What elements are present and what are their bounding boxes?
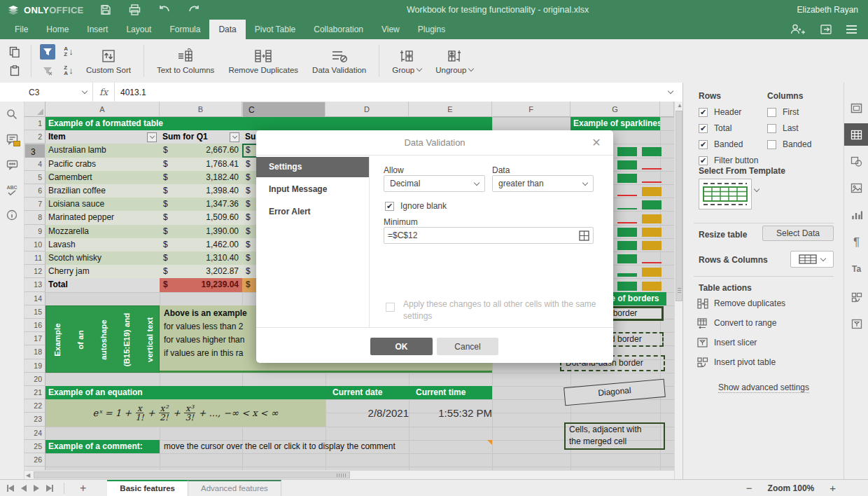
checkbox-row-banded[interactable]: ✔Banded — [699, 139, 743, 150]
checkbox-row-header[interactable]: ✔Header — [699, 106, 741, 118]
horizontal-scrollbar[interactable]: ◀ — [24, 470, 674, 479]
show-advanced-settings-link[interactable]: Show advanced settings — [683, 383, 844, 392]
chart-settings-icon[interactable] — [844, 203, 868, 226]
row-header-2[interactable]: 2 — [24, 130, 46, 144]
current-date-cell[interactable]: 2/8/2021 — [326, 399, 413, 426]
row-header-12[interactable]: 12 — [24, 265, 46, 278]
banner-current-time[interactable]: Current time — [409, 386, 492, 399]
comment-cell[interactable]: move the cursor over the cell or click i… — [160, 440, 492, 453]
row-header-13[interactable]: 13 — [24, 278, 46, 291]
filter-icon[interactable] — [40, 44, 55, 60]
custom-sort-button[interactable]: Custom Sort — [79, 41, 138, 81]
table-cell-item[interactable]: Cherry jam — [46, 265, 160, 278]
zoom-level[interactable]: Zoom 100% — [768, 483, 815, 493]
table-cell-q1[interactable]: $1,347.36 — [160, 198, 242, 211]
ungroup-button[interactable]: Ungroup — [428, 41, 480, 81]
action-remove-duplicates[interactable]: Remove duplicates — [697, 297, 785, 310]
data-select[interactable]: greater than — [492, 175, 594, 192]
save-icon[interactable] — [99, 3, 113, 17]
tab-collaboration[interactable]: Collaboration — [304, 20, 372, 39]
expand-formula-bar-icon[interactable] — [668, 88, 673, 94]
autoshape[interactable]: Exampleof anautoshape(B15:E19) andvertic… — [46, 305, 160, 373]
col-header-C[interactable]: C — [242, 102, 326, 118]
row-header-21[interactable]: 21 — [24, 386, 46, 399]
add-sheet-button[interactable]: + — [80, 482, 86, 495]
select-range-icon[interactable] — [579, 230, 589, 241]
banner-comment[interactable]: Example of a comment: — [46, 440, 160, 453]
chat-icon[interactable] — [5, 158, 19, 172]
vertical-scrollbar[interactable]: ▲ — [674, 102, 682, 479]
action-insert-pivot-table[interactable]: Insert pivot table — [697, 356, 776, 368]
image-settings-icon[interactable] — [844, 177, 868, 199]
cell-name-box[interactable]: C3 — [23, 83, 93, 102]
zoom-out-button[interactable]: − — [746, 482, 752, 494]
col-header-A[interactable]: A — [46, 102, 160, 117]
template-dropdown-icon[interactable] — [754, 186, 760, 192]
sheet-tab-basic-features[interactable]: Basic features — [107, 480, 188, 496]
table-header-q1[interactable]: Sum for Q1 — [160, 130, 242, 144]
tab-formula[interactable]: Formula — [160, 20, 209, 39]
col-header-G[interactable]: G — [570, 102, 660, 117]
checkbox-col-banded[interactable]: Banded — [767, 139, 811, 150]
text-to-columns-button[interactable]: Text to Columns — [150, 41, 221, 81]
about-icon[interactable] — [5, 208, 19, 222]
data-validation-button[interactable]: Data Validation — [305, 41, 373, 81]
table-cell-item[interactable]: Australian lamb — [46, 144, 160, 157]
dialog-tab-error-alert[interactable]: Error Alert — [256, 202, 369, 222]
row-header-4[interactable]: 4 — [24, 158, 46, 171]
row-header-8[interactable]: 8 — [24, 211, 46, 224]
table-cell-q1[interactable]: $1,768.41 — [160, 158, 242, 171]
col-header-sliver[interactable] — [660, 102, 674, 117]
add-user-icon[interactable] — [790, 24, 806, 35]
table-cell-item[interactable]: Scotch whisky — [46, 252, 160, 265]
tab-pivot-table[interactable]: Pivot Table — [246, 20, 304, 39]
col-header-F[interactable]: F — [492, 102, 570, 117]
checkbox-row-total[interactable]: ✔Total — [699, 123, 732, 134]
table-cell-q1[interactable]: $1,390.00 — [160, 225, 242, 238]
text-art-settings-icon[interactable]: Ta — [844, 258, 868, 280]
allow-select[interactable]: Decimal — [384, 175, 485, 192]
col-header-E[interactable]: E — [409, 102, 492, 117]
sort-ascending-icon[interactable]: AZ↓ — [61, 44, 76, 60]
paste-icon[interactable] — [7, 63, 22, 78]
horizontal-scrollbar-thumb[interactable] — [34, 471, 350, 478]
table-cell-q1[interactable]: $1,398.40 — [160, 184, 242, 198]
first-sheet-button[interactable] — [7, 485, 14, 492]
table-total-q1[interactable]: $19,239.04 — [160, 278, 242, 291]
equation-cell[interactable]: eˣ = 1 +x1!+x²2!+x³3!+ ..., −∞ < x < ∞ — [46, 399, 326, 426]
col-header-B[interactable]: B — [160, 102, 242, 117]
row-header-16[interactable]: 16 — [24, 319, 46, 332]
clear-filter-icon[interactable] — [40, 63, 55, 78]
table-cell-q1[interactable]: $2,667.60 — [160, 144, 242, 157]
row-header-25[interactable]: 25 — [24, 440, 46, 453]
dialog-tab-settings[interactable]: Settings — [256, 157, 369, 177]
current-time-cell[interactable]: 1:55:32 PM — [409, 399, 496, 426]
table-cell-item[interactable]: Pacific crabs — [46, 158, 160, 171]
checkbox-col-first[interactable]: First — [767, 106, 799, 118]
cancel-button[interactable]: Cancel — [437, 338, 498, 355]
insert-function-button[interactable]: fx — [93, 83, 115, 102]
row-header-10[interactable]: 10 — [24, 238, 46, 252]
undo-icon[interactable] — [158, 3, 172, 17]
action-convert-to-range[interactable]: Convert to range — [697, 317, 776, 329]
row-header-14[interactable]: 14 — [24, 292, 46, 305]
spellcheck-icon[interactable]: ABC — [5, 183, 19, 197]
sheet-tab-advanced-features[interactable]: Advanced features — [188, 480, 281, 496]
slicer-settings-icon[interactable] — [844, 312, 868, 335]
row-header-7[interactable]: 7 — [24, 198, 46, 211]
next-sheet-button[interactable] — [34, 485, 39, 492]
rows-columns-button[interactable] — [790, 251, 834, 268]
tab-view[interactable]: View — [372, 20, 409, 39]
table-cell-q1[interactable]: $3,182.40 — [160, 171, 242, 184]
row-header-15[interactable]: 15 — [24, 305, 46, 319]
minimum-input[interactable]: =$C$12 — [384, 227, 594, 244]
banner-equation[interactable]: Example of an equation — [46, 386, 326, 399]
tab-insert[interactable]: Insert — [78, 20, 117, 39]
table-header-item[interactable]: Item — [46, 130, 160, 144]
row-header-23[interactable]: 23 — [24, 413, 46, 426]
hamburger-menu-icon[interactable] — [846, 25, 857, 34]
row-header-18[interactable]: 18 — [24, 345, 46, 359]
table-cell-item[interactable]: Loisiana sauce — [46, 198, 160, 211]
row-header-11[interactable]: 11 — [24, 252, 46, 265]
last-sheet-button[interactable] — [46, 485, 53, 492]
